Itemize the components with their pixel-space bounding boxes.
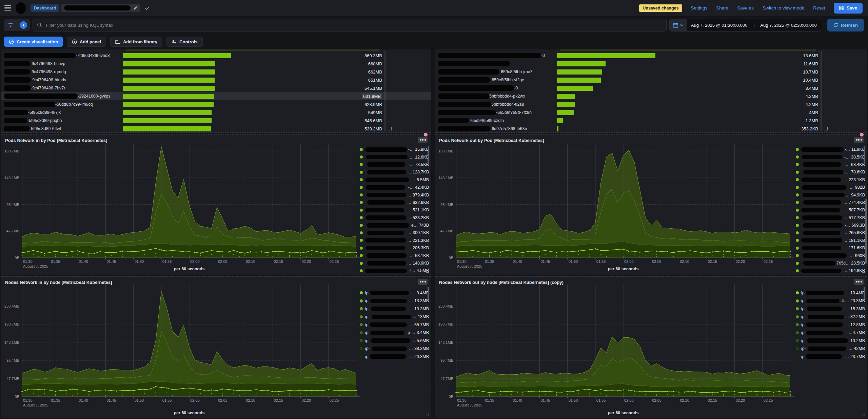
bar-list-row[interactable]: -5f95c8d89-6ffwf539.2MB xyxy=(1,125,431,133)
value-bar[interactable] xyxy=(557,69,602,75)
legend-item[interactable]: ip-…42MB xyxy=(796,345,865,353)
value-bar[interactable] xyxy=(557,126,558,131)
legend-item[interactable]: ip-…13.3MB xyxy=(360,297,429,305)
legend-item[interactable]: ip--…4.7MB xyxy=(796,329,865,337)
legend-item[interactable]: …221.3KB xyxy=(360,237,429,244)
legend-item[interactable]: -…78.6KB xyxy=(796,168,865,176)
value-bar[interactable] xyxy=(123,102,214,107)
value-bar[interactable] xyxy=(557,118,563,123)
settings-link[interactable]: Settings xyxy=(691,5,708,11)
value-bar[interactable] xyxy=(557,86,593,91)
legend-item[interactable]: …5.5MB xyxy=(360,176,429,184)
legend-item[interactable]: …533.2KB xyxy=(360,214,429,222)
legend-item[interactable]: …206.3KB xyxy=(360,244,429,252)
legend-item[interactable]: ip-…32.2MB xyxy=(796,313,865,321)
value-bar[interactable] xyxy=(557,110,574,115)
share-link[interactable]: Share xyxy=(716,5,728,11)
panel-scrollbar[interactable] xyxy=(821,51,822,131)
kql-search-input[interactable] xyxy=(46,23,662,28)
value-bar[interactable] xyxy=(123,126,211,131)
value-bar[interactable] xyxy=(123,86,215,91)
legend-scrollbar[interactable] xyxy=(864,146,865,164)
bar-list-row[interactable]: -9c4796498-7bv7r645.1MB xyxy=(1,84,431,92)
bar-list-row[interactable]: -5f95c8d89-ppqbh545.6MB xyxy=(1,117,431,125)
bar-list-row[interactable]: -6d97d57868-lh68n353.2KB xyxy=(435,125,867,133)
panel-resize-handle[interactable] xyxy=(862,413,865,416)
legend-item[interactable]: …521.1KB xyxy=(360,206,429,214)
legend-item[interactable]: -…68.4KB xyxy=(796,161,865,168)
legend-item[interactable]: …960B xyxy=(796,252,865,259)
bar-list-row[interactable]: 5bbfbbbdd4-pk2wx4.2MB xyxy=(435,92,867,100)
edit-pencil-icon[interactable] xyxy=(133,6,138,10)
add-from-library-button[interactable]: Add from library xyxy=(110,37,162,47)
legend-item[interactable]: ip-p-…3.4MB xyxy=(360,329,429,337)
value-bar[interactable] xyxy=(557,53,655,58)
legend-item[interactable]: -…42.4KB xyxy=(360,184,429,191)
value-bar[interactable] xyxy=(557,61,606,66)
legend-item[interactable]: -…15.8KB xyxy=(360,146,429,153)
legend-item[interactable]: ip--…9.4MB xyxy=(360,289,429,297)
legend-item[interactable]: …128.7KB xyxy=(360,168,429,176)
save-as-link[interactable]: Save as xyxy=(737,5,754,11)
value-bar[interactable] xyxy=(123,61,215,66)
legend-item[interactable]: …265.6KB xyxy=(796,229,865,236)
kql-search-box[interactable] xyxy=(33,19,667,32)
legend-item[interactable]: 765d…23.5KB xyxy=(796,259,865,267)
check-icon[interactable] xyxy=(144,5,150,11)
legend-item[interactable]: …507.7KB xyxy=(796,206,865,214)
filters-button[interactable] xyxy=(4,19,17,31)
legend-item[interactable]: …223.1KB xyxy=(796,176,865,184)
legend-item[interactable]: 7…4.5MB xyxy=(360,267,429,274)
bar-list-row[interactable]: -56dd8b7c99-lm6cq628.9MB xyxy=(1,100,431,108)
legend-item[interactable]: ip-…5.6MB xyxy=(360,337,429,345)
date-picker-button[interactable] xyxy=(670,19,687,31)
bar-list-row[interactable]: 11.6MB xyxy=(435,60,867,68)
panel-resize-handle[interactable] xyxy=(426,270,429,273)
legend-item[interactable]: …53.1KB xyxy=(360,252,429,259)
refresh-button[interactable]: Refresh xyxy=(827,19,864,32)
value-bar[interactable] xyxy=(123,110,212,115)
legend-scrollbar[interactable] xyxy=(864,287,865,299)
bar-list-row[interactable]: -665b9f768d-7fz8n4MB xyxy=(435,108,867,117)
legend-item[interactable]: -…38.5KB xyxy=(796,153,865,161)
hamburger-menu-icon[interactable] xyxy=(0,0,16,16)
legend-item[interactable]: ip-10.2MB xyxy=(796,337,865,345)
legend-item[interactable]: …982B xyxy=(796,184,865,191)
page-scrollbar[interactable] xyxy=(865,199,867,264)
legend-item[interactable]: …148.9KB xyxy=(360,259,429,267)
bar-list-row[interactable]: -9c4796498-rqmdg662MB xyxy=(1,68,431,76)
legend-item[interactable]: -…669.3B xyxy=(796,222,865,229)
legend-item[interactable]: -…73.5KB xyxy=(360,161,429,168)
bar-list-row[interactable]: -08.4MB xyxy=(435,84,867,92)
reset-link[interactable]: Reset xyxy=(813,5,825,11)
legend-item[interactable]: ip-4.…20.3MB xyxy=(796,297,865,305)
value-bar[interactable] xyxy=(557,78,601,83)
legend-scrollbar[interactable] xyxy=(428,146,429,164)
bar-list-row[interactable]: -9c4796498-hfmdv651MB xyxy=(1,76,431,84)
legend-item[interactable]: …300.1KB xyxy=(360,229,429,236)
add-panel-button[interactable]: Add panel xyxy=(67,37,106,47)
panel-resize-handle[interactable] xyxy=(388,127,392,130)
legend-item[interactable]: …879.4KB xyxy=(360,191,429,198)
legend-item[interactable]: ip-…55.7MB xyxy=(360,321,429,329)
value-bar[interactable] xyxy=(123,118,212,123)
bar-list-row[interactable]: -5f95c8d89-4k7jk549MB xyxy=(1,108,431,117)
date-from[interactable]: Aug 7, 2025 @ 01:30:00.000 xyxy=(687,23,751,28)
legend-item[interactable]: ip-…12.8MB xyxy=(796,321,865,329)
bar-list-row[interactable]: 5bbfbbbdd4-tl2s84.2MB xyxy=(435,100,867,108)
bar-list-row[interactable]: 765d946589-xzdln1.3MB xyxy=(435,117,867,125)
legend-item[interactable]: ip-…15.3MB xyxy=(796,305,865,313)
breadcrumb-dashboard[interactable]: Dashboard xyxy=(31,4,59,12)
legend-item[interactable]: …171.6KB xyxy=(796,244,865,252)
legend-item[interactable]: ip-…13.3MB xyxy=(360,305,429,313)
switch-to-view-mode-link[interactable]: Switch to view mode xyxy=(763,5,804,11)
bar-list-row[interactable]: -7fd66d48f9-lvnd8869.3MB xyxy=(1,51,431,60)
create-visualization-button[interactable]: Create visualization xyxy=(4,37,63,47)
value-bar[interactable] xyxy=(123,53,231,58)
add-filter-button[interactable]: + xyxy=(17,19,30,31)
panel-resize-handle[interactable] xyxy=(824,127,828,130)
legend-item[interactable]: ip-…20.3MB xyxy=(360,353,429,361)
legend-scrollbar[interactable] xyxy=(428,287,429,299)
legend-item[interactable]: -…11.9KB xyxy=(796,146,865,153)
legend-item[interactable]: ip-…13MB xyxy=(360,313,429,321)
